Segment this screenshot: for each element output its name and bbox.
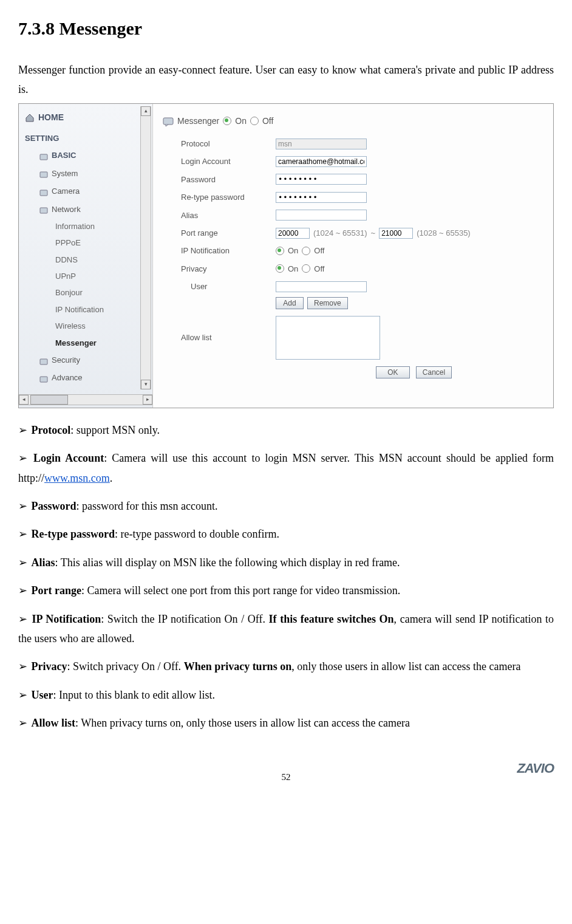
sidebar-basic[interactable]: BASIC	[21, 146, 150, 164]
retype-password-input[interactable]	[276, 192, 367, 203]
off-label: Off	[262, 114, 273, 129]
password-input[interactable]	[276, 174, 367, 185]
messenger-on-radio[interactable]	[223, 117, 231, 125]
allow-list-label: Allow list	[181, 316, 272, 344]
bullet-port-range: ➢ Port range: Camera will select one por…	[18, 581, 554, 600]
sidebar-scrollbar-v[interactable]: ▴ ▾	[140, 106, 151, 389]
retype-password-label: Re-type password	[181, 190, 272, 204]
port-to-hint: (1028 ~ 65535)	[417, 226, 471, 240]
scroll-thumb[interactable]	[30, 395, 68, 405]
folder-icon	[39, 169, 48, 177]
protocol-label: Protocol	[181, 137, 272, 151]
svg-rect-2	[40, 190, 47, 196]
intro-text: Messenger function provide an easy-conne…	[18, 60, 554, 100]
svg-rect-4	[40, 359, 47, 364]
settings-screenshot: HOME SETTING BASIC System Camera Network	[18, 103, 554, 408]
footer-logo: ZAVIO	[517, 761, 554, 776]
sidebar-scrollbar-h[interactable]: ◂ ▸	[19, 394, 152, 405]
alias-label: Alias	[181, 208, 272, 222]
privacy-label: Privacy	[181, 262, 272, 276]
user-label: User	[191, 279, 272, 293]
sidebar-sub-ddns[interactable]: DDNS	[21, 252, 150, 268]
on-label: On	[288, 244, 298, 258]
login-account-input[interactable]	[276, 156, 367, 167]
port-from-input[interactable]	[276, 228, 310, 239]
messenger-off-radio[interactable]	[250, 117, 259, 125]
on-label: On	[288, 262, 298, 276]
port-from-hint: (1024 ~ 65531)	[313, 226, 367, 240]
page-title: 7.3.8 Messenger	[18, 12, 554, 45]
tilde: ~	[371, 226, 376, 240]
bullet-allow-list: ➢ Allow list: When privacy turns on, onl…	[18, 713, 554, 733]
page-number: 52	[282, 769, 291, 785]
msn-link[interactable]: www.msn.com	[44, 472, 110, 484]
folder-icon	[39, 356, 48, 364]
sidebar-sub-ipnotification[interactable]: IP Notification	[21, 301, 150, 318]
scroll-down-icon[interactable]: ▾	[141, 380, 151, 389]
sidebar-sub-information[interactable]: Information	[21, 218, 150, 234]
sidebar-sub-wireless[interactable]: Wireless	[21, 318, 150, 334]
sidebar-item-system[interactable]: System	[21, 165, 150, 182]
scroll-left-icon[interactable]: ◂	[19, 395, 29, 405]
port-to-input[interactable]	[379, 228, 413, 239]
messenger-icon	[163, 116, 174, 126]
sidebar-item-security[interactable]: Security	[21, 351, 150, 369]
svg-rect-3	[40, 208, 47, 213]
user-input[interactable]	[276, 281, 367, 292]
svg-rect-6	[163, 118, 173, 125]
bullet-protocol: ➢ Protocol: support MSN only.	[18, 420, 554, 440]
off-label: Off	[314, 262, 324, 276]
folder-icon	[39, 374, 48, 382]
bullet-alias: ➢ Alias: This alias will display on MSN …	[18, 553, 554, 572]
sidebar-home[interactable]: HOME	[21, 108, 150, 128]
sidebar-sub-bonjour[interactable]: Bonjour	[21, 284, 150, 301]
home-icon	[25, 112, 35, 122]
protocol-input	[276, 139, 367, 149]
bullet-ip-notification: ➢ IP Notification: Switch the IP notific…	[18, 609, 554, 649]
folder-icon	[39, 187, 48, 196]
bullet-list: ➢ Protocol: support MSN only. ➢ Login Ac…	[18, 420, 554, 733]
sidebar-sub-pppoe[interactable]: PPPoE	[21, 234, 150, 251]
scroll-right-icon[interactable]: ▸	[143, 395, 152, 405]
on-label: On	[235, 114, 247, 129]
sidebar-home-label: HOME	[38, 110, 64, 125]
settings-panel: Messenger On Off Protocol Login Account …	[153, 104, 553, 408]
folder-icon	[39, 205, 48, 213]
ipnotif-on-radio[interactable]	[276, 247, 284, 255]
port-range-label: Port range	[181, 226, 272, 240]
cancel-button[interactable]: Cancel	[416, 366, 452, 378]
bullet-privacy: ➢ Privacy: Switch privacy On / Off. When…	[18, 657, 554, 676]
sidebar-sub-upnp[interactable]: UPnP	[21, 268, 150, 284]
svg-rect-0	[40, 154, 47, 160]
sidebar-item-network[interactable]: Network	[21, 200, 150, 218]
off-label: Off	[314, 244, 324, 258]
sidebar-sub-messenger[interactable]: Messenger	[21, 335, 150, 351]
ipnotif-off-radio[interactable]	[302, 247, 310, 255]
sidebar-setting-label: SETTING	[21, 128, 150, 146]
bullet-user: ➢ User: Input to this blank to edit allo…	[18, 685, 554, 705]
sidebar-item-camera[interactable]: Camera	[21, 182, 150, 200]
scroll-up-icon[interactable]: ▴	[141, 106, 151, 116]
privacy-off-radio[interactable]	[302, 264, 310, 273]
alias-input[interactable]	[276, 210, 367, 221]
folder-icon	[39, 151, 48, 160]
sidebar-item-advance[interactable]: Advance	[21, 369, 150, 386]
ok-button[interactable]: OK	[376, 366, 410, 378]
sidebar: HOME SETTING BASIC System Camera Network	[19, 104, 153, 408]
bullet-password: ➢ Password: password for this msn accoun…	[18, 496, 554, 516]
svg-rect-5	[40, 377, 47, 382]
panel-title: Messenger	[177, 114, 219, 129]
remove-button[interactable]: Remove	[307, 297, 348, 309]
allow-list-box[interactable]	[276, 316, 380, 360]
add-button[interactable]: Add	[276, 297, 304, 309]
bullet-login-account: ➢ Login Account: Camera will use this ac…	[18, 448, 554, 488]
password-label: Password	[181, 173, 272, 187]
login-account-label: Login Account	[181, 154, 272, 168]
svg-rect-1	[40, 172, 47, 177]
privacy-on-radio[interactable]	[276, 264, 284, 273]
bullet-retype-password: ➢ Re-type password: re-type password to …	[18, 524, 554, 544]
ip-notification-label: IP Notification	[181, 244, 272, 258]
